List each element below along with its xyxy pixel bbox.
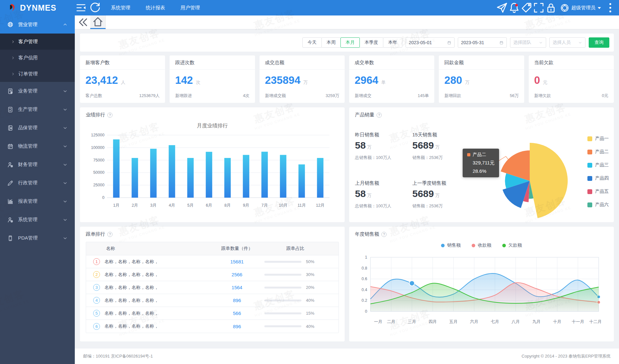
pie-legend-item-1[interactable]: 产品二 (587, 149, 609, 155)
sidebar-subitem-2[interactable]: 订单管理 (0, 66, 75, 82)
table-row-4: 5名称，名称，名称，名称，56615% (86, 307, 339, 320)
svg-text:0.4: 0.4 (362, 288, 367, 292)
sidebar-item-7[interactable]: 系统管理 (0, 211, 75, 229)
person-select[interactable]: 选择人员 (549, 37, 585, 48)
chevron-down-icon (578, 41, 582, 45)
stat-card-unit: 次 (196, 80, 200, 85)
quick-range-3[interactable]: 本季度 (359, 37, 383, 48)
start-date-picker[interactable] (406, 37, 455, 48)
col-header-quantity: 跟单数量（件） (210, 246, 264, 251)
pie-legend-item-3[interactable]: 产品四 (587, 175, 609, 181)
sidebar-item-6[interactable]: 报表管理 (0, 192, 75, 211)
sidebar-item-business-mgmt[interactable]: 营业管理 (0, 15, 75, 34)
tag-icon[interactable] (520, 0, 533, 15)
legend-swatch (472, 244, 475, 247)
pie-legend-item-2[interactable]: 产品三 (587, 162, 609, 168)
sidebar-item-label: 生产管理 (18, 106, 37, 113)
sidebar-item-5[interactable]: 行政管理 (0, 174, 75, 192)
monthly-performance-bar-chart[interactable]: 02500050000750001000001250001月2月3月4月5月6月… (86, 129, 339, 214)
fullscreen-icon[interactable] (533, 0, 545, 15)
stat-card-sub-value: 3259万 (326, 93, 339, 99)
quick-range-4[interactable]: 本年 (383, 37, 402, 48)
brand-logo: DYNMES (0, 0, 75, 15)
sidebar-item-4[interactable]: 财务管理 (0, 155, 75, 174)
user-name: 超级管理员 (571, 5, 595, 11)
row-quantity-link[interactable]: 15681 (210, 259, 264, 264)
svg-text:九月: 九月 (532, 319, 541, 324)
stat-card-sub-value: 4次 (243, 93, 249, 99)
row-quantity-link[interactable]: 2566 (210, 272, 264, 277)
user-menu[interactable]: 超级管理员 (557, 4, 604, 12)
svg-text:9月: 9月 (243, 203, 249, 208)
rank-badge: 3 (93, 284, 100, 291)
sidebar-item-label: 物流管理 (18, 143, 37, 149)
tab-home[interactable] (90, 15, 106, 29)
row-quantity-link[interactable]: 566 (210, 310, 264, 316)
product-stat-sub: 销售额：2536万 (412, 155, 443, 161)
help-icon[interactable]: ? (381, 232, 387, 237)
help-icon[interactable]: ? (107, 232, 113, 237)
legend-swatch (587, 163, 592, 168)
quick-range-0[interactable]: 今天 (302, 37, 322, 48)
bell-icon[interactable] (508, 0, 520, 15)
row-quantity-link[interactable]: 896 (210, 298, 264, 303)
search-button[interactable]: 查询 (589, 37, 609, 48)
svg-text:十月: 十月 (553, 319, 561, 324)
row-quantity-link[interactable]: 896 (210, 324, 264, 329)
stat-card-value: 23,412 (85, 74, 118, 86)
collapse-tabs-icon[interactable] (75, 15, 90, 29)
pie-legend-item-0[interactable]: 产品一 (587, 136, 609, 142)
product-stat-label: 上一季度销售额 (412, 180, 446, 186)
pie-legend-item-4[interactable]: 产品五 (587, 189, 609, 194)
stat-card-title: 成交单数 (349, 55, 434, 70)
pda-icon (7, 235, 14, 241)
sidebar-item-1[interactable]: 生产管理 (0, 100, 75, 119)
team-select[interactable]: 选择团队 (510, 37, 546, 48)
quick-range-1[interactable]: 本周 (321, 37, 341, 48)
panel-head: 跟单排行 ? (86, 231, 339, 237)
line-legend-item-0[interactable]: 销售额 (441, 242, 461, 248)
chevron-down-icon (63, 236, 68, 241)
quick-range-2[interactable]: 本月 (340, 37, 360, 48)
sidebar-item-label: 系统管理 (18, 217, 37, 223)
refresh-icon[interactable] (89, 0, 101, 15)
nav-item-system[interactable]: 系统管理 (103, 0, 138, 15)
sidebar-subitem-0[interactable]: 客户管理 (0, 34, 75, 50)
svg-text:七月: 七月 (491, 319, 499, 324)
topbar: DYNMES 系统管理 统计报表 用户管理 超级管理员 (0, 0, 619, 15)
pie-legend-item-5[interactable]: 产品六 (587, 202, 609, 208)
sidebar-item-0[interactable]: 业务管理 (0, 82, 75, 100)
line-legend-item-1[interactable]: 收款额 (472, 242, 491, 248)
menu-fold-icon[interactable] (75, 0, 87, 15)
stat-card-unit: 人 (121, 80, 125, 85)
panel-head: 年度销售额 ? (355, 231, 608, 237)
nav-item-users[interactable]: 用户管理 (173, 0, 208, 15)
nav-item-reports[interactable]: 统计报表 (138, 0, 173, 15)
line-legend-item-2[interactable]: 欠款额 (502, 242, 522, 248)
send-icon[interactable] (496, 0, 508, 15)
chevron-down-icon (63, 217, 68, 222)
sidebar-item-2[interactable]: 品保管理 (0, 119, 75, 137)
annual-sales-line-chart[interactable]: 00.20.40.60.81一月二月三月四月五月六月七月八月九月十月十一月十二月 (355, 248, 608, 330)
avatar (560, 4, 569, 12)
tooltip-series-name: 产品二 (473, 152, 486, 158)
stat-card-title: 当前欠款 (529, 55, 614, 70)
sidebar-item-3[interactable]: 物流管理 (0, 137, 75, 155)
stat-card-unit: 万 (303, 80, 308, 85)
svg-text:三月: 三月 (408, 319, 416, 324)
row-quantity-link[interactable]: 1564 (210, 285, 264, 290)
row-percent: 15% (306, 311, 314, 316)
end-date-picker[interactable] (458, 37, 507, 48)
more-icon[interactable] (604, 0, 616, 15)
sidebar-item-8[interactable]: PDA管理 (0, 229, 75, 247)
lock-icon[interactable] (545, 0, 557, 15)
end-date-input[interactable] (461, 40, 497, 45)
person-select-placeholder: 选择人员 (553, 40, 571, 45)
help-icon[interactable]: ? (107, 113, 113, 118)
product-sales-panel: 产品销量 ? 产品一产品二产品三产品四产品五产品六 产品二 329,711元 2… (349, 107, 614, 222)
row-name: 名称，名称，名称，名称， (104, 259, 159, 265)
sidebar-subitem-1[interactable]: 客户信用 (0, 50, 75, 66)
start-date-input[interactable] (409, 40, 445, 45)
product-stat-label: 昨日销售额 (355, 132, 391, 138)
stat-card-0: 新增客户数23,412人客户总数1253679人 (80, 55, 165, 103)
